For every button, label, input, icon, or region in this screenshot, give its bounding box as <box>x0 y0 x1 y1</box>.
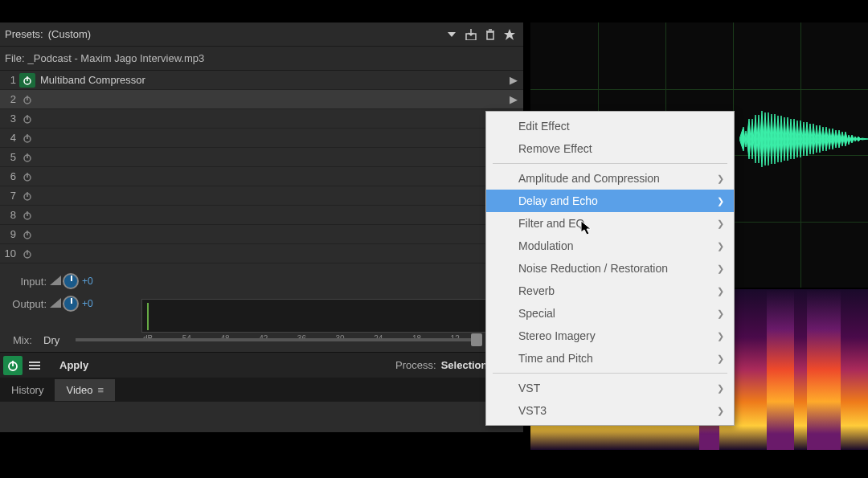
slot-power-button[interactable] <box>19 227 35 242</box>
chevron-right-icon: ❯ <box>717 241 724 251</box>
menu-category-modulation[interactable]: Modulation❯ <box>486 235 734 257</box>
slot-number: 5 <box>3 151 19 163</box>
chevron-right-icon: ❯ <box>717 383 724 394</box>
slot-power-button[interactable] <box>19 189 35 203</box>
effect-context-menu: Edit Effect Remove Effect Amplitude and … <box>485 111 735 426</box>
mix-slider[interactable] <box>76 338 477 341</box>
file-name: _Podcast - Maxim Jago Interview.mp3 <box>28 52 205 64</box>
slot-number: 8 <box>3 209 19 221</box>
effects-rack-panel: Presets: (Custom) File: _Podcast - Maxim… <box>0 22 523 432</box>
input-value[interactable]: +0 <box>82 276 93 287</box>
menu-separator <box>493 373 727 374</box>
effect-slot-10[interactable]: 10▶ <box>0 244 523 264</box>
slot-power-button[interactable] <box>19 150 35 165</box>
menu-category-special[interactable]: Special❯ <box>486 302 734 325</box>
output-label: Output: <box>8 298 50 310</box>
chevron-right-icon: ❯ <box>717 286 724 296</box>
chevron-right-icon: ❯ <box>717 264 724 274</box>
slot-power-button[interactable] <box>19 112 35 126</box>
output-knob[interactable] <box>63 296 79 312</box>
slot-number: 1 <box>3 74 19 86</box>
chevron-right-icon: ❯ <box>717 219 724 229</box>
slot-power-button[interactable] <box>19 92 35 107</box>
svg-marker-27 <box>50 298 61 308</box>
slot-power-button[interactable] <box>19 208 35 223</box>
meter-area: dB-54-48-42-36-30-24-18-12-6 <box>141 299 495 360</box>
effect-slot-2[interactable]: 2▶ <box>0 90 523 109</box>
menu-plugin-vst[interactable]: VST❯ <box>486 377 734 399</box>
svg-marker-5 <box>504 29 515 40</box>
menu-category-amplitude-and-compression[interactable]: Amplitude and Compression❯ <box>486 167 734 190</box>
effect-slot-4[interactable]: 4▶ <box>0 129 523 148</box>
chevron-right-icon: ❯ <box>717 196 724 206</box>
slot-menu-arrow-icon[interactable]: ▶ <box>507 74 520 86</box>
slot-effect-name: Multiband Compressor <box>35 74 507 86</box>
effect-slot-7[interactable]: 7▶ <box>0 186 523 206</box>
menu-category-noise-reduction-restoration[interactable]: Noise Reduction / Restoration❯ <box>486 257 734 280</box>
slot-number: 4 <box>3 132 19 144</box>
effect-slot-6[interactable]: 6▶ <box>0 167 523 186</box>
slot-power-button[interactable] <box>19 73 35 88</box>
menu-category-stereo-imagery[interactable]: Stereo Imagery❯ <box>486 325 734 347</box>
tab-video[interactable]: Video≡ <box>55 379 115 401</box>
file-row: File: _Podcast - Maxim Jago Interview.mp… <box>0 47 523 71</box>
preset-label: Presets: <box>5 28 43 40</box>
chevron-right-icon: ❯ <box>717 308 724 319</box>
slot-number: 10 <box>3 247 19 259</box>
slot-power-button[interactable] <box>19 247 35 261</box>
list-view-icon[interactable] <box>26 357 43 374</box>
delete-preset-icon[interactable] <box>481 26 499 43</box>
preset-row: Presets: (Custom) <box>0 22 523 47</box>
chevron-right-icon: ❯ <box>717 174 724 184</box>
apply-button[interactable]: Apply <box>51 356 96 374</box>
effect-slot-1[interactable]: 1Multiband Compressor▶ <box>0 71 523 90</box>
effect-slot-5[interactable]: 5▶ <box>0 148 523 167</box>
input-knob[interactable] <box>63 273 79 289</box>
save-preset-icon[interactable] <box>462 26 480 43</box>
chevron-right-icon: ❯ <box>717 406 724 416</box>
input-label: Input: <box>8 276 50 288</box>
mix-dry-label: Dry <box>43 334 59 346</box>
slot-number: 3 <box>3 112 19 125</box>
output-value[interactable]: +0 <box>82 298 93 309</box>
input-meter-icon <box>50 276 61 288</box>
svg-rect-2 <box>487 32 493 39</box>
slot-power-button[interactable] <box>19 170 35 184</box>
menu-edit-effect[interactable]: Edit Effect <box>486 115 734 137</box>
effect-slot-3[interactable]: 3▶ <box>0 109 523 129</box>
slot-number: 2 <box>3 93 19 105</box>
chevron-right-icon: ❯ <box>717 331 724 341</box>
bottom-tabs: History Video≡ <box>0 378 523 402</box>
effect-slot-8[interactable]: 8▶ <box>0 206 523 225</box>
slot-number: 7 <box>3 190 19 202</box>
tab-menu-icon[interactable]: ≡ <box>97 384 104 396</box>
input-row: Input: +0 <box>8 270 515 292</box>
favorite-icon[interactable] <box>501 26 518 43</box>
menu-remove-effect[interactable]: Remove Effect <box>486 137 734 160</box>
svg-marker-0 <box>448 32 456 37</box>
slot-number: 9 <box>3 228 19 240</box>
rack-power-button[interactable] <box>3 356 23 375</box>
mix-label: Mix: <box>13 334 43 346</box>
waveform-icon <box>739 103 868 175</box>
slot-number: 6 <box>3 170 19 182</box>
menu-category-delay-and-echo[interactable]: Delay and Echo❯ <box>486 190 734 212</box>
slot-power-button[interactable] <box>19 131 35 145</box>
level-meter <box>141 299 495 333</box>
tab-history[interactable]: History <box>0 379 55 401</box>
menu-category-reverb[interactable]: Reverb❯ <box>486 280 734 302</box>
preset-dropdown-icon[interactable] <box>443 26 461 43</box>
svg-marker-26 <box>50 276 61 285</box>
menu-category-time-and-pitch[interactable]: Time and Pitch❯ <box>486 347 734 370</box>
chevron-right-icon: ❯ <box>717 353 724 364</box>
process-label: Process: <box>395 359 436 371</box>
menu-category-filter-and-eq[interactable]: Filter and EQ❯ <box>486 212 734 235</box>
effect-slot-9[interactable]: 9▶ <box>0 225 523 244</box>
mix-slider-thumb[interactable] <box>471 333 482 346</box>
menu-separator <box>493 163 727 164</box>
preset-value[interactable]: (Custom) <box>48 28 441 40</box>
file-label: File: <box>5 52 25 64</box>
output-meter-icon <box>50 298 61 310</box>
menu-plugin-vst3[interactable]: VST3❯ <box>486 399 734 422</box>
slot-menu-arrow-icon[interactable]: ▶ <box>507 93 520 105</box>
